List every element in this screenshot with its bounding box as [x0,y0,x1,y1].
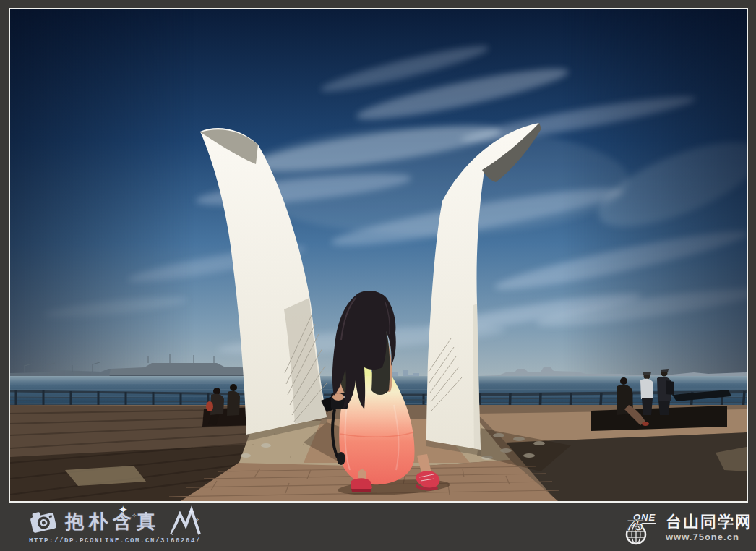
watermark-url: HTTP://DP.PCONLINE.COM.CN/3160204/ [29,537,202,544]
site-url: www.75one.cn [666,532,739,542]
site-name: 台山同学网 [666,514,752,530]
sparkle-star-icon: ✦ [119,503,128,516]
framed-photo-page: ✦ ✧ 抱朴含真 ✦ ✧ HTTP://DP.PCONLINE.COM.CN/3… [0,0,756,551]
svg-text:✦: ✦ [188,507,194,516]
camera-icon [26,505,61,538]
site-watermark: ONE 75 台山同学网 www.75one.cn [623,510,752,546]
mountain-stars-icon: ✦ ✧ [168,505,202,537]
photographer-watermark: ✦ ✧ 抱朴含真 ✦ ✧ HTTP://DP.PCONLINE.COM.CN/3… [29,506,202,544]
watermark-title: 抱朴含真 [65,511,160,532]
photo-frame [9,8,748,503]
75one-logo: ONE 75 [623,510,661,546]
globe-icon: 75 [623,517,661,546]
photo-scene [10,9,747,501]
sitting-woman-head [620,377,627,385]
sparkle-star-small-icon: ✧ [132,512,137,519]
logo-75-text: 75 [626,517,644,534]
red-bag [206,401,213,411]
svg-text:✧: ✧ [195,517,199,522]
